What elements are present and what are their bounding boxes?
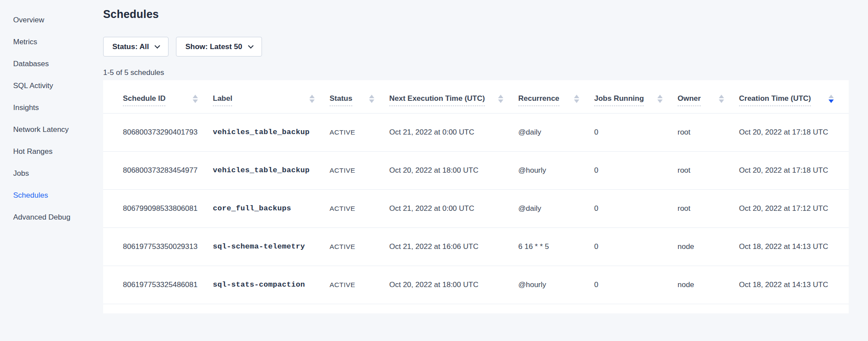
- column-header-creation_time[interactable]: Creation Time (UTC): [739, 80, 849, 113]
- sort-icon[interactable]: [309, 95, 315, 103]
- sidebar-item-network-latency[interactable]: Network Latency: [13, 119, 103, 141]
- column-header-schedule_id[interactable]: Schedule ID: [103, 80, 213, 113]
- cell-schedule_id: 806197753325486081: [103, 266, 213, 304]
- cell-status: ACTIVE: [330, 266, 389, 304]
- sidebar-item-hot-ranges[interactable]: Hot Ranges: [13, 141, 103, 163]
- sort-asc-arrow-icon: [574, 95, 579, 98]
- sidebar-item-sql-activity[interactable]: SQL Activity: [13, 75, 103, 97]
- cell-jobs_running: 0: [594, 227, 678, 266]
- column-header-status[interactable]: Status: [330, 80, 389, 113]
- table-row[interactable]: 806799098533806081core_full_backupsACTIV…: [103, 189, 849, 227]
- cell-owner: node: [678, 266, 739, 304]
- cell-jobs_running: 0: [594, 189, 678, 227]
- cell-recurrence: @hourly: [518, 151, 594, 189]
- sort-icon[interactable]: [574, 95, 579, 103]
- cell-next_execution: Oct 20, 2022 at 18:00 UTC: [389, 266, 518, 304]
- show-filter-dropdown[interactable]: Show: Latest 50: [176, 37, 262, 57]
- schedules-page: { "colors": { "background": "#f5f7fa", "…: [0, 0, 868, 341]
- cell-owner: node: [678, 227, 739, 266]
- column-header-recurrence[interactable]: Recurrence: [518, 80, 594, 113]
- filters-bar: Status: All Show: Latest 50: [103, 37, 849, 57]
- chevron-down-icon: [248, 43, 254, 49]
- chevron-down-icon: [155, 43, 161, 49]
- sort-desc-arrow-icon: [657, 99, 663, 103]
- results-count: 1-5 of 5 schedules: [103, 68, 849, 77]
- sort-asc-arrow-icon: [657, 95, 663, 98]
- cell-jobs_running: 0: [594, 266, 678, 304]
- sort-icon[interactable]: [719, 95, 724, 103]
- sort-asc-arrow-icon: [193, 95, 198, 98]
- cell-creation_time: Oct 20, 2022 at 17:12 UTC: [739, 189, 849, 227]
- cell-owner: root: [678, 151, 739, 189]
- column-header-next_execution[interactable]: Next Execution Time (UTC): [389, 80, 518, 113]
- table-body: 806800373290401793vehicles_table_backupA…: [103, 113, 849, 304]
- sidebar-item-jobs[interactable]: Jobs: [13, 163, 103, 185]
- sidebar-item-insights[interactable]: Insights: [13, 97, 103, 119]
- sort-desc-arrow-icon: [574, 99, 579, 103]
- sort-desc-arrow-icon: [309, 99, 315, 103]
- cell-recurrence: @daily: [518, 113, 594, 151]
- sort-icon[interactable]: [193, 95, 198, 103]
- table-row[interactable]: 806197753325486081sql-stats-compactionAC…: [103, 266, 849, 304]
- sort-asc-arrow-icon: [498, 95, 503, 98]
- sort-asc-arrow-icon: [719, 95, 724, 98]
- cell-label: core_full_backups: [213, 189, 330, 227]
- column-label-next_execution: Next Execution Time (UTC): [389, 94, 485, 106]
- sidebar-item-databases[interactable]: Databases: [13, 53, 103, 75]
- cell-schedule_id: 806800373283454977: [103, 151, 213, 189]
- cell-creation_time: Oct 18, 2022 at 14:13 UTC: [739, 266, 849, 304]
- schedules-table: Schedule IDLabelStatusNext Execution Tim…: [103, 80, 849, 304]
- sidebar-item-schedules[interactable]: Schedules: [13, 185, 103, 206]
- sidebar-item-advanced-debug[interactable]: Advanced Debug: [13, 206, 103, 228]
- sort-icon[interactable]: [829, 95, 834, 103]
- cell-schedule_id: 806800373290401793: [103, 113, 213, 151]
- column-label-schedule_id: Schedule ID: [123, 94, 165, 106]
- page-title: Schedules: [103, 0, 849, 21]
- cell-status: ACTIVE: [330, 189, 389, 227]
- sort-icon[interactable]: [657, 95, 663, 103]
- cell-jobs_running: 0: [594, 151, 678, 189]
- table-row[interactable]: 806800373290401793vehicles_table_backupA…: [103, 113, 849, 151]
- column-header-owner[interactable]: Owner: [678, 80, 739, 113]
- cell-creation_time: Oct 18, 2022 at 14:13 UTC: [739, 227, 849, 266]
- sidebar: OverviewMetricsDatabasesSQL ActivityInsi…: [0, 0, 103, 341]
- column-label-label: Label: [213, 94, 232, 106]
- cell-next_execution: Oct 21, 2022 at 16:06 UTC: [389, 227, 518, 266]
- cell-label: sql-schema-telemetry: [213, 227, 330, 266]
- sort-desc-arrow-icon: [193, 99, 198, 103]
- sort-desc-arrow-icon: [829, 99, 834, 103]
- cell-next_execution: Oct 21, 2022 at 0:00 UTC: [389, 113, 518, 151]
- cell-status: ACTIVE: [330, 227, 389, 266]
- sidebar-item-overview[interactable]: Overview: [13, 9, 103, 31]
- main-content: Schedules Status: All Show: Latest 50 1-…: [103, 0, 849, 313]
- cell-status: ACTIVE: [330, 151, 389, 189]
- cell-label: vehicles_table_backup: [213, 113, 330, 151]
- column-label-creation_time: Creation Time (UTC): [739, 94, 811, 106]
- sort-desc-arrow-icon: [719, 99, 724, 103]
- column-label-status: Status: [330, 94, 352, 106]
- column-label-jobs_running: Jobs Running: [594, 94, 644, 106]
- cell-creation_time: Oct 20, 2022 at 17:18 UTC: [739, 151, 849, 189]
- column-header-jobs_running[interactable]: Jobs Running: [594, 80, 678, 113]
- cell-label: vehicles_table_backup: [213, 151, 330, 189]
- cell-owner: root: [678, 189, 739, 227]
- sort-icon[interactable]: [369, 95, 374, 103]
- sidebar-item-metrics[interactable]: Metrics: [13, 31, 103, 53]
- table-row[interactable]: 806197753350029313sql-schema-telemetryAC…: [103, 227, 849, 266]
- cell-creation_time: Oct 20, 2022 at 17:18 UTC: [739, 113, 849, 151]
- cell-label: sql-stats-compaction: [213, 266, 330, 304]
- cell-recurrence: 6 16 * * 5: [518, 227, 594, 266]
- sidebar-nav: OverviewMetricsDatabasesSQL ActivityInsi…: [13, 9, 103, 228]
- cell-recurrence: @daily: [518, 189, 594, 227]
- status-filter-dropdown[interactable]: Status: All: [103, 37, 169, 57]
- cell-jobs_running: 0: [594, 113, 678, 151]
- table-row[interactable]: 806800373283454977vehicles_table_backupA…: [103, 151, 849, 189]
- cell-next_execution: Oct 20, 2022 at 18:00 UTC: [389, 151, 518, 189]
- column-label-owner: Owner: [678, 94, 701, 106]
- sort-asc-arrow-icon: [369, 95, 374, 98]
- cell-schedule_id: 806197753350029313: [103, 227, 213, 266]
- column-header-label[interactable]: Label: [213, 80, 330, 113]
- cell-owner: root: [678, 113, 739, 151]
- sort-icon[interactable]: [498, 95, 503, 103]
- cell-recurrence: @hourly: [518, 266, 594, 304]
